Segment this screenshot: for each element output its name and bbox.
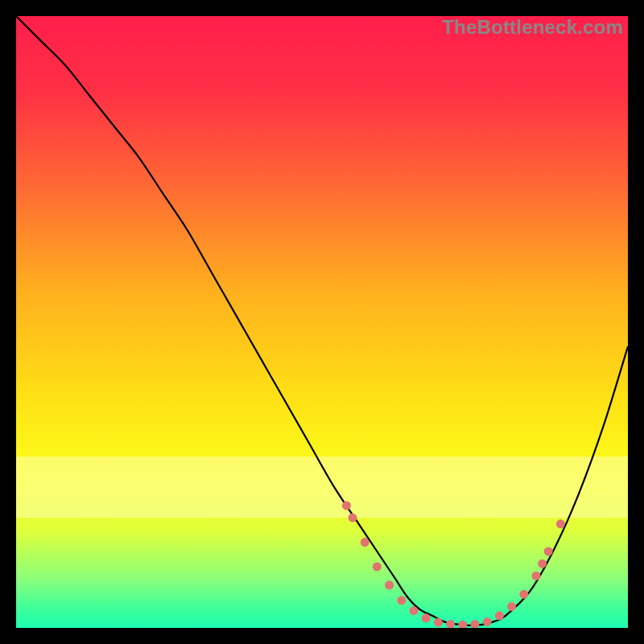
curve-marker [507, 602, 516, 611]
curve-marker [361, 538, 369, 547]
curve-marker [532, 572, 541, 580]
curve-marker [519, 590, 528, 599]
curve-marker [373, 563, 382, 572]
gradient-background [16, 16, 628, 628]
curve-marker [422, 613, 431, 622]
curve-marker [556, 519, 565, 528]
curve-marker [385, 580, 394, 589]
curve-marker [544, 547, 553, 556]
curve-marker [410, 606, 419, 615]
chart-frame: TheBottleneck.com [16, 16, 628, 628]
curve-marker [342, 502, 351, 510]
curve-marker [434, 618, 443, 627]
curve-marker [538, 559, 547, 568]
curve-marker [495, 611, 504, 620]
chart-svg [16, 16, 628, 628]
curve-marker [349, 514, 357, 522]
curve-marker [483, 617, 492, 626]
curve-marker [397, 596, 406, 605]
watermark-label: TheBottleneck.com [442, 16, 623, 39]
